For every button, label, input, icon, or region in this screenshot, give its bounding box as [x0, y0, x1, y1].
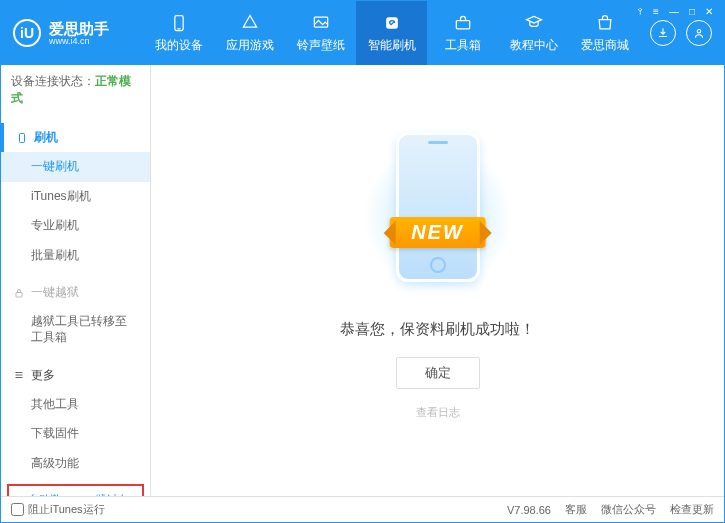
status-label: 设备连接状态： — [11, 74, 95, 88]
store-icon — [595, 13, 615, 33]
svg-rect-4 — [456, 20, 469, 28]
lock-icon — [13, 287, 25, 299]
nav-store[interactable]: 爱思商城 — [569, 1, 640, 65]
main-content: NEW 恭喜您，保资料刷机成功啦！ 确定 查看日志 — [151, 65, 724, 496]
user-button[interactable] — [686, 20, 712, 46]
nav-label: 教程中心 — [510, 37, 558, 54]
nav-flash[interactable]: 智能刷机 — [356, 1, 427, 65]
new-ribbon: NEW — [389, 217, 486, 248]
tutorial-icon — [524, 13, 544, 33]
view-log-link[interactable]: 查看日志 — [416, 405, 460, 420]
nav-ringtone[interactable]: 铃声壁纸 — [285, 1, 356, 65]
app-url: www.i4.cn — [49, 36, 109, 46]
svg-rect-7 — [16, 292, 22, 297]
sidebar-item-firmware[interactable]: 下载固件 — [1, 419, 150, 449]
sidebar-group-more[interactable]: 更多 — [1, 361, 150, 390]
nav-label: 智能刷机 — [368, 37, 416, 54]
svg-point-5 — [697, 30, 701, 34]
update-link[interactable]: 检查更新 — [670, 502, 714, 517]
main-nav: 我的设备 应用游戏 铃声壁纸 智能刷机 工具箱 教程中心 — [143, 1, 640, 65]
block-itunes-checkbox[interactable]: 阻止iTunes运行 — [11, 502, 105, 517]
menu-icon — [13, 369, 25, 381]
group-label: 一键越狱 — [31, 284, 79, 301]
apps-icon — [240, 13, 260, 33]
svg-rect-6 — [20, 133, 25, 142]
nav-my-device[interactable]: 我的设备 — [143, 1, 214, 65]
phone-icon — [16, 132, 28, 144]
download-button[interactable] — [650, 20, 676, 46]
flash-icon — [382, 13, 402, 33]
app-header: iU 爱思助手 www.i4.cn 我的设备 应用游戏 铃声壁纸 智能刷机 — [1, 1, 724, 65]
service-link[interactable]: 客服 — [565, 502, 587, 517]
nav-apps[interactable]: 应用游戏 — [214, 1, 285, 65]
pin-icon[interactable]: ⫯ — [636, 6, 645, 17]
sidebar-jailbreak-note: 越狱工具已转移至工具箱 — [1, 307, 150, 352]
nav-label: 应用游戏 — [226, 37, 274, 54]
sidebar-item-pro[interactable]: 专业刷机 — [1, 211, 150, 241]
sidebar-item-batch[interactable]: 批量刷机 — [1, 241, 150, 271]
sidebar-group-flash[interactable]: 刷机 — [1, 123, 150, 152]
sidebar-group-jailbreak[interactable]: 一键越狱 — [1, 278, 150, 307]
close-icon[interactable]: ✕ — [703, 6, 715, 17]
ok-button[interactable]: 确定 — [396, 357, 480, 389]
app-logo: iU 爱思助手 www.i4.cn — [13, 19, 143, 47]
options-box: 自动激活 跳过向导 — [7, 484, 144, 496]
app-name: 爱思助手 — [49, 21, 109, 36]
phone-icon — [169, 13, 189, 33]
sidebar-item-advanced[interactable]: 高级功能 — [1, 449, 150, 479]
menu-icon[interactable]: ≡ — [651, 6, 661, 17]
sidebar: 设备连接状态：正常模式 刷机 一键刷机 iTunes刷机 专业刷机 批量刷机 一… — [1, 65, 151, 496]
nav-label: 工具箱 — [445, 37, 481, 54]
nav-toolbox[interactable]: 工具箱 — [427, 1, 498, 65]
sidebar-item-oneclick[interactable]: 一键刷机 — [1, 152, 150, 182]
nav-label: 铃声壁纸 — [297, 37, 345, 54]
group-label: 刷机 — [34, 129, 58, 146]
toolbox-icon — [453, 13, 473, 33]
checkbox-input[interactable] — [11, 503, 24, 516]
logo-icon: iU — [13, 19, 41, 47]
group-label: 更多 — [31, 367, 55, 384]
status-bar: 阻止iTunes运行 V7.98.66 客服 微信公众号 检查更新 — [1, 496, 724, 522]
phone-graphic — [396, 132, 480, 282]
success-illustration: NEW — [338, 122, 538, 282]
nav-label: 我的设备 — [155, 37, 203, 54]
wallpaper-icon — [311, 13, 331, 33]
sidebar-item-other[interactable]: 其他工具 — [1, 390, 150, 420]
maximize-icon[interactable]: □ — [687, 6, 697, 17]
nav-label: 爱思商城 — [581, 37, 629, 54]
wechat-link[interactable]: 微信公众号 — [601, 502, 656, 517]
connection-status: 设备连接状态：正常模式 — [1, 65, 150, 115]
version-label: V7.98.66 — [507, 504, 551, 516]
sidebar-item-itunes[interactable]: iTunes刷机 — [1, 182, 150, 212]
checkbox-label: 阻止iTunes运行 — [28, 502, 105, 517]
minimize-icon[interactable]: — — [667, 6, 681, 17]
nav-tutorial[interactable]: 教程中心 — [498, 1, 569, 65]
success-message: 恭喜您，保资料刷机成功啦！ — [340, 320, 535, 339]
